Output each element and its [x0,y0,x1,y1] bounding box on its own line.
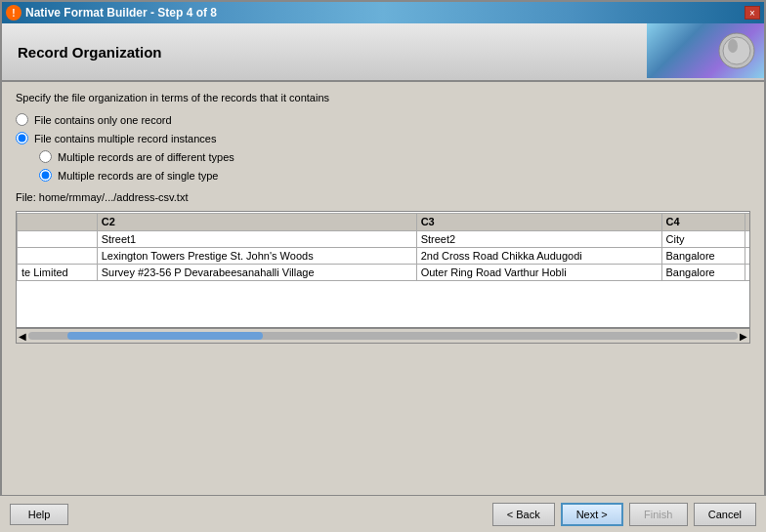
svg-point-1 [723,37,750,64]
wizard-graphic-svg [707,26,756,75]
radio-option2-item: File contains multiple record instances [16,132,750,144]
svg-point-2 [728,39,738,53]
radio-option2[interactable] [16,132,28,144]
row-label-3: te Limited [18,265,98,281]
button-group-right: < Back Next > Finish Cancel [492,503,756,526]
wizard-header-graphic [647,23,764,78]
col-header-c4: C4 [661,213,745,230]
close-button[interactable]: × [745,6,760,20]
next-button[interactable]: Next > [561,503,623,526]
main-content: Specify the file organization in terms o… [2,82,764,353]
back-button[interactable]: < Back [492,503,555,526]
wizard-header-title: Record Organization [18,44,162,61]
radio-suboption1-label: Multiple records are of different types [58,151,234,163]
scrollbar-track[interactable] [28,332,738,340]
row-label-1 [18,230,98,248]
radio-suboption2[interactable] [39,169,52,182]
cell-1-c2: Street1 [97,230,416,248]
wizard-header: Record Organization [2,23,764,82]
cell-1-c5: State [745,230,750,248]
button-bar: Help < Back Next > Finish Cancel [0,495,766,532]
radio-suboption2-item: Multiple records are of single type [39,169,750,182]
cell-3-c5: Karnataka [745,265,750,281]
table-row-3: te Limited Survey #23-56 P Devarabeesana… [18,265,751,281]
cell-1-c3: Street2 [416,230,661,248]
cell-2-c4: Bangalore [661,248,745,265]
radio-option1-item: File contains only one record [16,113,750,126]
cell-2-c3: 2nd Cross Road Chikka Audugodi [416,248,661,265]
cell-3-c4: Bangalore [661,265,745,281]
file-path: File: home/rmmay/.../address-csv.txt [16,191,750,203]
col-header-c2: C2 [97,213,416,230]
radio-suboption2-label: Multiple records are of single type [58,170,218,182]
finish-button[interactable]: Finish [629,503,688,526]
scrollbar-thumb[interactable] [67,332,263,340]
cell-2-c2: Lexington Towers Prestige St. John's Woo… [97,248,416,265]
cell-2-c5: Karnataka [745,248,750,265]
scroll-left-arrow[interactable]: ◀ [19,331,26,342]
horizontal-scrollbar[interactable]: ◀ ▶ [16,328,750,344]
table-row-2: Lexington Towers Prestige St. John's Woo… [18,248,751,265]
cell-3-c3: Outer Ring Road Varthur Hobli [416,265,661,281]
cancel-button[interactable]: Cancel [694,503,756,526]
table-row-1: Street1 Street2 City State Country [18,230,751,248]
radio-suboption1-item: Multiple records are of different types [39,150,750,163]
cell-3-c2: Survey #23-56 P Devarabeesanahalli Villa… [97,265,416,281]
data-table: C2 C3 C4 C5 C6 Street1 Street2 City Stat… [17,212,750,281]
radio-option1-label: File contains only one record [34,114,172,126]
help-button[interactable]: Help [10,504,68,525]
window-title: Native Format Builder - Step 4 of 8 [25,6,217,20]
scroll-right-arrow[interactable]: ▶ [740,331,747,342]
cell-1-c4: City [661,230,745,248]
title-bar: ! Native Format Builder - Step 4 of 8 × [2,2,764,23]
radio-sub-group: Multiple records are of different types … [39,150,750,182]
radio-group: File contains only one record File conta… [16,113,750,182]
col-header-c5: C5 [745,213,750,230]
description-text: Specify the file organization in terms o… [16,92,750,103]
radio-suboption1[interactable] [39,150,52,163]
radio-option2-label: File contains multiple record instances [34,133,216,144]
col-header-c3: C3 [416,213,661,230]
row-label-2 [18,248,98,265]
data-table-container[interactable]: C2 C3 C4 C5 C6 Street1 Street2 City Stat… [16,211,750,328]
radio-option1[interactable] [16,113,28,126]
col-header-row [18,213,98,230]
app-icon: ! [6,5,21,20]
